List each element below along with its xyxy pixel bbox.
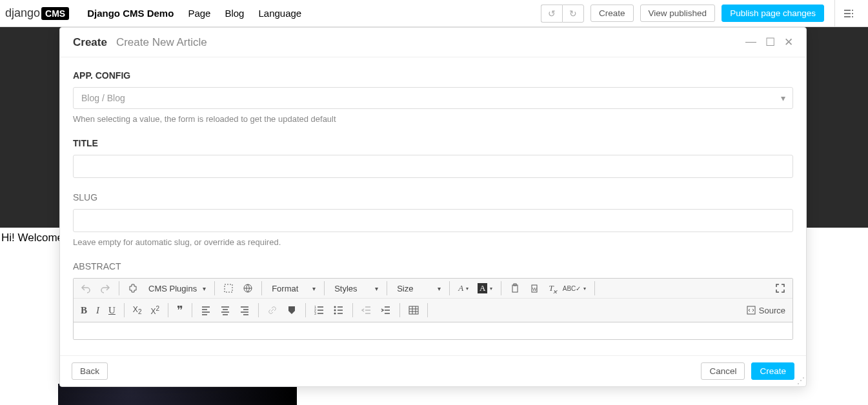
field-title: Title — [73, 138, 793, 178]
editor-row-2-right: Source — [743, 303, 789, 317]
blockquote-icon[interactable]: ❞ — [174, 301, 187, 319]
title-input[interactable] — [73, 155, 793, 178]
separator — [594, 281, 595, 295]
separator — [124, 303, 125, 317]
separator — [214, 281, 215, 295]
nav-blog[interactable]: Blog — [225, 8, 244, 19]
cms-plugins-icon[interactable] — [125, 281, 141, 295]
abstract-editor: CMS Plugins Format Styles Size A▾ A▾ — [73, 278, 793, 340]
top-right: ↺ ↻ Create View published Publish page c… — [541, 0, 868, 27]
undo-button[interactable]: ↺ — [541, 5, 562, 23]
editor-row-2: B I U X2 X2 ❞ — [74, 298, 792, 322]
italic-icon[interactable]: I — [93, 303, 103, 318]
back-button[interactable]: Back — [72, 362, 108, 380]
underline-icon[interactable]: U — [105, 303, 119, 318]
svg-text:W: W — [532, 287, 537, 291]
svg-text:3: 3 — [314, 311, 316, 315]
abstract-label: Abstract — [73, 261, 793, 272]
svg-point-11 — [334, 313, 336, 315]
link-icon[interactable] — [264, 303, 281, 317]
maximize-icon[interactable]: ☐ — [765, 35, 775, 49]
menu-icon — [843, 8, 854, 19]
logo[interactable]: djangoCMS — [0, 6, 76, 20]
source-label: Source — [759, 306, 785, 315]
editor-toolbar: CMS Plugins Format Styles Size A▾ A▾ — [74, 279, 792, 322]
modal-subtitle: Create New Article — [116, 36, 207, 49]
svg-rect-2 — [512, 285, 518, 292]
align-right-icon[interactable] — [236, 303, 253, 317]
svg-rect-0 — [225, 284, 232, 292]
source-icon — [746, 305, 756, 315]
table-icon[interactable] — [405, 303, 422, 317]
separator — [324, 281, 325, 295]
app-config-value: Blog / Blog — [73, 87, 793, 109]
text-color-icon[interactable]: A▾ — [455, 281, 472, 295]
spellcheck-icon[interactable]: ABC✓▾ — [560, 281, 590, 295]
align-center-icon[interactable] — [217, 303, 234, 317]
bold-icon[interactable]: B — [77, 303, 90, 318]
styles-select[interactable]: Styles — [330, 282, 381, 295]
nav-language[interactable]: Language — [258, 8, 301, 19]
separator — [168, 303, 168, 317]
remove-format-icon[interactable]: T✕ — [545, 281, 556, 295]
unordered-list-icon[interactable] — [330, 303, 347, 317]
size-select[interactable]: Size — [392, 282, 444, 295]
separator — [449, 281, 450, 295]
publish-button[interactable]: Publish page changes — [722, 5, 824, 22]
logo-text: django — [5, 6, 40, 20]
view-published-button[interactable]: View published — [640, 5, 716, 22]
resize-grip-icon[interactable]: ⋰ — [797, 376, 805, 385]
modal-title: Create — [73, 36, 107, 49]
outdent-icon[interactable] — [358, 303, 375, 317]
anchor-icon[interactable] — [283, 303, 300, 317]
history-group: ↺ ↻ — [541, 5, 584, 23]
svg-point-10 — [334, 310, 336, 311]
cms-plugins-select[interactable]: CMS Plugins — [144, 282, 209, 295]
close-icon[interactable]: ✕ — [784, 35, 793, 49]
cancel-button[interactable]: Cancel — [701, 362, 745, 380]
sidebar-toggle[interactable] — [834, 0, 862, 27]
source-button[interactable]: Source — [743, 303, 789, 317]
slug-input[interactable] — [73, 209, 793, 232]
redo-button[interactable]: ↻ — [562, 5, 584, 23]
field-slug: Slug Leave empty for automatic slug, or … — [73, 192, 793, 247]
separator — [261, 281, 262, 295]
minimize-icon[interactable]: — — [745, 35, 756, 49]
separator — [305, 303, 306, 317]
indent-icon[interactable] — [378, 303, 394, 317]
separator — [427, 303, 428, 317]
editor-undo-icon[interactable] — [77, 281, 94, 295]
subscript-icon[interactable]: X2 — [130, 303, 145, 317]
maximize-editor-icon[interactable] — [772, 281, 789, 295]
nav-page[interactable]: Page — [188, 8, 210, 19]
top-toolbar: djangoCMS Django CMS Demo Page Blog Lang… — [0, 0, 868, 27]
editor-row-1-right — [772, 281, 789, 295]
svg-rect-12 — [409, 306, 418, 314]
separator — [501, 281, 501, 295]
abstract-textarea[interactable] — [74, 322, 792, 339]
select-all-icon[interactable] — [220, 281, 237, 295]
modal-create-button[interactable]: Create — [751, 362, 794, 380]
superscript-icon[interactable]: X2 — [147, 303, 163, 318]
modal-header: Create Create New Article — ☐ ✕ — [60, 28, 806, 57]
paste-icon[interactable] — [507, 281, 523, 295]
app-config-select[interactable]: Blog / Blog ▾ — [73, 87, 793, 109]
separator — [192, 303, 192, 317]
ordered-list-icon[interactable]: 123 — [311, 303, 328, 317]
editor-redo-icon[interactable] — [97, 281, 114, 295]
bg-color-icon[interactable]: A▾ — [474, 281, 496, 295]
align-left-icon[interactable] — [197, 303, 214, 317]
app-config-label: App. Config — [73, 70, 793, 81]
separator — [119, 281, 119, 295]
paste-word-icon[interactable]: W — [526, 281, 543, 295]
create-article-modal: Create Create New Article — ☐ ✕ App. Con… — [59, 27, 807, 387]
modal-body[interactable]: App. Config Blog / Blog ▾ When selecting… — [60, 57, 806, 355]
globe-icon[interactable] — [239, 281, 256, 295]
separator — [387, 281, 387, 295]
separator — [399, 303, 400, 317]
nav-site-name[interactable]: Django CMS Demo — [87, 8, 174, 19]
modal-footer: Back Cancel Create ⋰ — [60, 355, 806, 386]
format-select[interactable]: Format — [267, 282, 319, 295]
create-button[interactable]: Create — [590, 5, 634, 22]
slug-label: Slug — [73, 192, 793, 202]
